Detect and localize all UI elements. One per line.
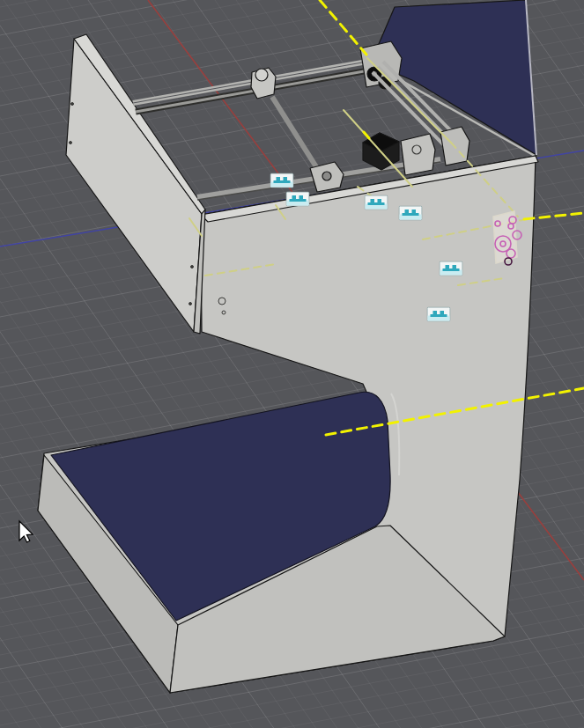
viewport-3d[interactable] [0, 0, 584, 728]
attachment-badge-icon[interactable] [365, 195, 388, 210]
attachment-badge-icon[interactable] [399, 206, 422, 220]
carriage-cap [255, 69, 268, 81]
rod-clamp-bore [322, 172, 331, 180]
attachment-badge-icon[interactable] [270, 173, 293, 188]
attachment-badge-icon[interactable] [427, 307, 450, 321]
motor-bracket-plate[interactable] [401, 134, 435, 175]
attachment-badge-icon[interactable] [440, 261, 462, 276]
attachment-badge-icon[interactable] [286, 192, 309, 206]
scene-svg [0, 0, 584, 728]
